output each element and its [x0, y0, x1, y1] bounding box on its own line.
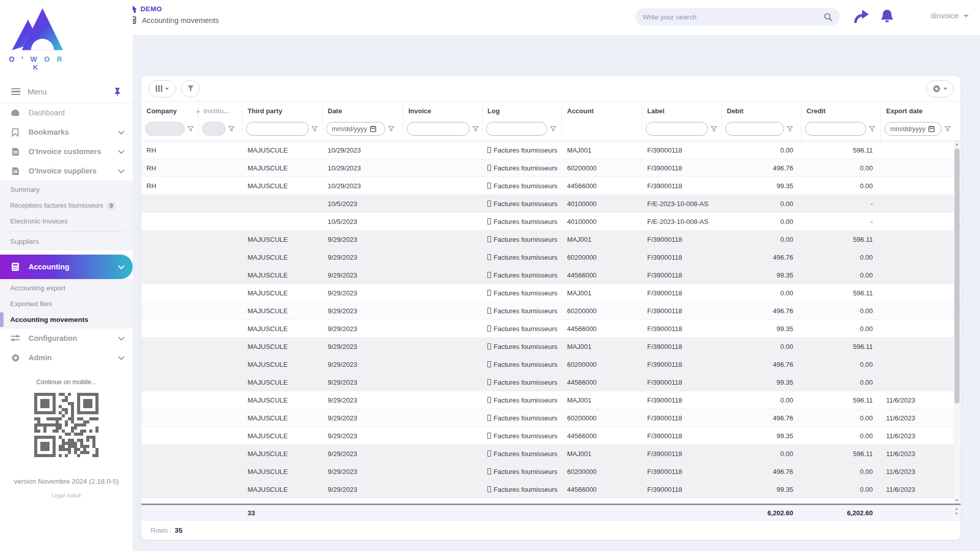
- third-party-filter-funnel-button[interactable]: [311, 126, 318, 132]
- column-chooser-button[interactable]: [149, 80, 176, 97]
- chevron-down-icon: [118, 334, 125, 341]
- table-row[interactable]: MAJUSCULE 9/29/2023 Factures fournisseur…: [141, 427, 961, 445]
- sidebar-item-accounting-export[interactable]: Accounting export: [0, 280, 133, 296]
- table-row[interactable]: MAJUSCULE 9/29/2023 Factures fournisseur…: [141, 498, 961, 504]
- label-filter-input[interactable]: [646, 122, 708, 136]
- credit-filter-funnel-button[interactable]: [869, 126, 875, 132]
- export-date-filter-funnel-button[interactable]: [944, 126, 951, 132]
- column-header-invoice[interactable]: Invoice: [403, 102, 482, 117]
- suppliers-submenu: Summary Réceptions factures fournisseurs…: [0, 181, 133, 251]
- table-settings-button[interactable]: [926, 80, 953, 97]
- vertical-scrollbar[interactable]: ▲ ▼: [953, 141, 960, 504]
- column-header-account[interactable]: Account: [562, 102, 642, 117]
- table-row[interactable]: MAJUSCULE 9/29/2023 Factures fournisseur…: [141, 356, 961, 373]
- column-header-log[interactable]: Log: [482, 102, 562, 117]
- sidebar-item-accounting-movements[interactable]: Accounting movements: [0, 312, 133, 328]
- user-menu[interactable]: dinvoice: [930, 11, 969, 20]
- credit-filter-input[interactable]: [805, 122, 866, 136]
- debit-filter-funnel-button[interactable]: [787, 126, 793, 132]
- sidebar-item-configuration[interactable]: Configuration: [0, 329, 133, 348]
- legal-notice-link[interactable]: Legal notice: [0, 492, 133, 498]
- sidebar-item-bookmarks[interactable]: Bookmarks: [0, 122, 133, 142]
- export-date-filter-input[interactable]: mm/dd/yyyy: [885, 122, 942, 136]
- breadcrumb-home[interactable]: DEMO: [129, 5, 219, 13]
- funnel-icon: [187, 85, 194, 92]
- journal-icon: [487, 147, 491, 153]
- date-filter-input[interactable]: mm/dd/yyyy: [326, 122, 385, 136]
- column-header-credit[interactable]: Credit: [801, 102, 881, 117]
- sidebar-item-suppliers[interactable]: Suppliers: [0, 234, 133, 249]
- search-input[interactable]: [643, 13, 824, 21]
- scroll-up-icon[interactable]: ▲: [953, 141, 960, 147]
- table-row[interactable]: 10/5/2023 Factures fournisseurs 40100000…: [141, 195, 961, 213]
- sidebar-item-dashboard[interactable]: Dashboard: [0, 103, 133, 122]
- table-row[interactable]: MAJUSCULE 9/29/2023 Factures fournisseur…: [141, 445, 961, 463]
- log-filter-input[interactable]: [486, 122, 547, 136]
- sidebar-item-oinvoice-suppliers[interactable]: O'Invoice suppliers: [0, 161, 133, 181]
- menu-toggle[interactable]: Menu: [0, 81, 133, 103]
- scrollbar-thumb[interactable]: [954, 148, 960, 404]
- sidebar-item-exported-files[interactable]: Exported files: [0, 296, 133, 312]
- journal-icon: [487, 468, 491, 474]
- table-rows: RH MAJUSCULE 10/29/2023 Factures fournis…: [141, 141, 961, 504]
- logo: O ' W O R K: [0, 0, 133, 81]
- table-row[interactable]: MAJUSCULE 9/29/2023 Factures fournisseur…: [141, 463, 961, 481]
- table-row[interactable]: MAJUSCULE 9/29/2023 Factures fournisseur…: [141, 266, 961, 284]
- scroll-up-icon[interactable]: ▲: [953, 507, 960, 510]
- table-row[interactable]: MAJUSCULE 9/29/2023 Factures fournisseur…: [141, 409, 961, 427]
- table-row[interactable]: MAJUSCULE 9/29/2023 Factures fournisseur…: [141, 320, 961, 338]
- share-icon[interactable]: [853, 9, 870, 23]
- table-row[interactable]: MAJUSCULE 9/29/2023 Factures fournisseur…: [141, 248, 961, 266]
- filter-button[interactable]: [181, 80, 200, 97]
- sidebar-item-oinvoice-customers[interactable]: O'Invoice customers: [0, 142, 133, 161]
- sidebar-item-accounting[interactable]: Accounting: [0, 255, 133, 279]
- column-header-third-party[interactable]: Third party: [242, 102, 323, 117]
- sidebar-item-admin[interactable]: Admin: [0, 348, 133, 367]
- table-row[interactable]: MAJUSCULE 9/29/2023 Factures fournisseur…: [141, 302, 961, 320]
- table-row[interactable]: MAJUSCULE 9/29/2023 Factures fournisseur…: [141, 373, 961, 391]
- table-row[interactable]: MAJUSCULE 9/29/2023 Factures fournisseur…: [141, 391, 961, 409]
- table-row[interactable]: MAJUSCULE 9/29/2023 Factures fournisseur…: [141, 284, 961, 302]
- company-filter-funnel-button[interactable]: [187, 126, 194, 132]
- third-party-filter-input[interactable]: [246, 122, 309, 136]
- table-row[interactable]: MAJUSCULE 9/29/2023 Factures fournisseur…: [141, 231, 961, 248]
- journal-icon: [487, 165, 491, 171]
- summary-scroll-arrows[interactable]: ▲▼: [953, 507, 960, 515]
- summary-count: 33: [242, 505, 323, 520]
- debit-filter-input[interactable]: [725, 122, 784, 136]
- table-row[interactable]: RH MAJUSCULE 10/29/2023 Factures fournis…: [141, 141, 961, 159]
- institution-filter-input[interactable]: [202, 122, 226, 136]
- invoice-filter-funnel-button[interactable]: [472, 126, 479, 132]
- column-header-date[interactable]: Date: [323, 102, 403, 117]
- scroll-down-icon[interactable]: ▼: [953, 497, 960, 504]
- journal-icon: [487, 397, 491, 403]
- table-row[interactable]: RH MAJUSCULE 10/29/2023 Factures fournis…: [141, 177, 961, 195]
- gear-icon: [10, 354, 20, 362]
- sidebar-item-receptions-factures[interactable]: Réceptions factures fournisseurs 0: [0, 197, 133, 213]
- column-header-debit[interactable]: Debit: [722, 102, 801, 117]
- column-header-label[interactable]: Label: [642, 102, 722, 117]
- log-filter-funnel-button[interactable]: [550, 126, 556, 132]
- company-filter-input[interactable]: [145, 122, 185, 136]
- table-row[interactable]: MAJUSCULE 9/29/2023 Factures fournisseur…: [141, 481, 961, 498]
- table-row[interactable]: RH MAJUSCULE 10/29/2023 Factures fournis…: [141, 159, 961, 177]
- invoice-filter-input[interactable]: [407, 122, 470, 136]
- table-row[interactable]: MAJUSCULE 9/29/2023 Factures fournisseur…: [141, 338, 961, 356]
- search-icon[interactable]: [824, 13, 832, 21]
- column-header-company[interactable]: Company▸: [141, 102, 199, 117]
- date-filter-funnel-button[interactable]: [388, 126, 395, 132]
- rows-count: 35: [175, 527, 182, 534]
- search-box: [635, 8, 840, 26]
- column-header-export-date[interactable]: Export date: [881, 102, 961, 117]
- column-header-institution[interactable]: Institu...: [199, 102, 242, 117]
- institution-filter-funnel-button[interactable]: [228, 126, 235, 132]
- mobile-block: Continue on mobile... version Novembre 2…: [0, 379, 133, 498]
- chevron-down-icon: [118, 147, 125, 154]
- label-filter-funnel-button[interactable]: [710, 126, 717, 132]
- table-row[interactable]: 10/5/2023 Factures fournisseurs 40100000…: [141, 213, 961, 231]
- notifications-bell-icon[interactable]: [880, 9, 894, 24]
- scroll-down-icon[interactable]: ▼: [953, 512, 960, 515]
- sidebar-item-electronic-invoices[interactable]: Electronic Invoices: [0, 213, 133, 229]
- sidebar-item-summary[interactable]: Summary: [0, 182, 133, 197]
- pin-icon[interactable]: [113, 87, 121, 96]
